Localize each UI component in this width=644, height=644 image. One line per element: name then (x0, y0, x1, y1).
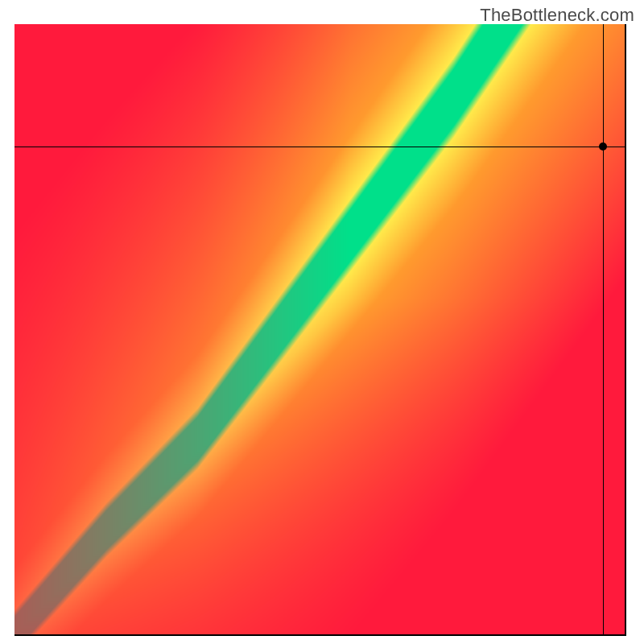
marker-dot (599, 142, 607, 151)
plot-area (14, 24, 626, 636)
heatmap-canvas (14, 24, 625, 634)
crosshair-vertical (603, 24, 604, 634)
chart-container: TheBottleneck.com (0, 0, 644, 644)
watermark-text: TheBottleneck.com (480, 5, 634, 26)
crosshair-horizontal (14, 147, 625, 147)
